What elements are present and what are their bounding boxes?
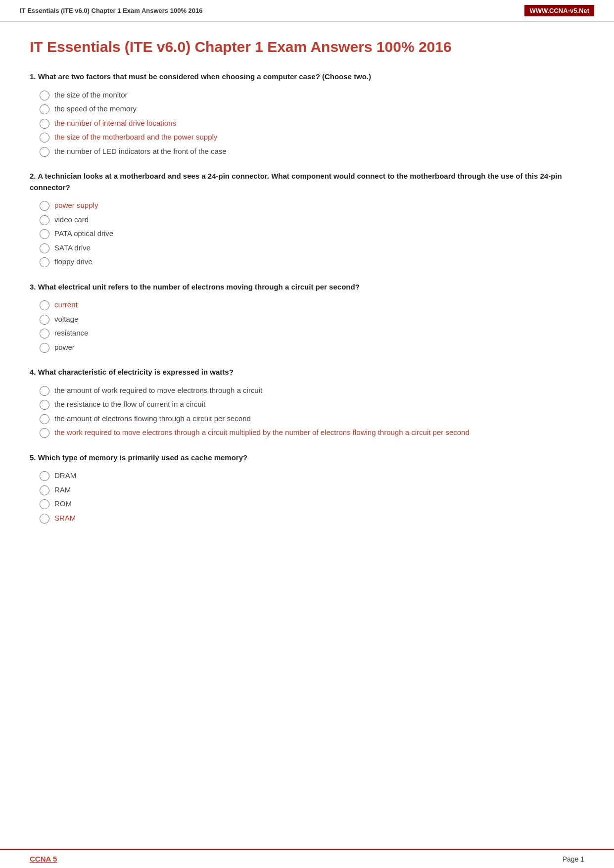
option-bullet	[40, 315, 49, 325]
question-4-options: the amount of work required to move elec…	[40, 385, 584, 438]
question-1-options: the size of the monitorthe speed of the …	[40, 90, 584, 157]
top-bar-website: WWW.CCNA-v5.Net	[524, 5, 594, 16]
option-bullet	[40, 428, 49, 438]
option-bullet	[40, 471, 49, 481]
list-item: the amount of work required to move elec…	[40, 385, 584, 396]
question-4-text: 4. What characteristic of electricity is…	[30, 367, 584, 378]
option-bullet	[40, 514, 49, 524]
list-item: power	[40, 342, 584, 353]
option-bullet	[40, 147, 49, 157]
option-bullet	[40, 133, 49, 143]
question-1: 1. What are two factors that must be con…	[30, 71, 584, 157]
question-number: 2.	[30, 172, 36, 180]
option-bullet	[40, 485, 49, 495]
list-item: the work required to move electrons thro…	[40, 427, 584, 438]
page-wrapper: IT Essentials (ITE v6.0) Chapter 1 Exam …	[0, 0, 614, 868]
list-item: video card	[40, 214, 584, 226]
option-text: the size of the motherboard and the powe…	[54, 132, 217, 143]
question-1-text: 1. What are two factors that must be con…	[30, 71, 584, 83]
option-text: resistance	[54, 328, 88, 339]
option-text: the size of the monitor	[54, 90, 128, 101]
question-5-text: 5. Which type of memory is primarily use…	[30, 452, 584, 464]
option-text: SRAM	[54, 513, 76, 524]
list-item: resistance	[40, 328, 584, 339]
question-number: 3.	[30, 283, 36, 291]
option-bullet	[40, 104, 49, 114]
option-bullet	[40, 201, 49, 211]
option-text: the amount of electrons flowing through …	[54, 413, 251, 425]
list-item: SRAM	[40, 513, 584, 524]
option-text: power supply	[54, 200, 98, 211]
question-number: 4.	[30, 368, 36, 376]
question-3-text: 3. What electrical unit refers to the nu…	[30, 282, 584, 293]
option-bullet	[40, 386, 49, 396]
question-5-options: DRAMRAMROMSRAM	[40, 470, 584, 524]
option-text: current	[54, 299, 78, 311]
question-number: 5.	[30, 453, 36, 462]
option-text: PATA optical drive	[54, 228, 113, 240]
option-bullet	[40, 119, 49, 129]
option-text: the number of LED indicators at the fron…	[54, 146, 227, 157]
option-text: the speed of the memory	[54, 103, 137, 115]
top-bar-title: IT Essentials (ITE v6.0) Chapter 1 Exam …	[20, 7, 202, 14]
option-text: video card	[54, 214, 89, 226]
list-item: DRAM	[40, 470, 584, 482]
question-2: 2. A technician looks at a motherboard a…	[30, 171, 584, 268]
list-item: voltage	[40, 314, 584, 325]
question-5: 5. Which type of memory is primarily use…	[30, 452, 584, 524]
question-4: 4. What characteristic of electricity is…	[30, 367, 584, 438]
question-2-text: 2. A technician looks at a motherboard a…	[30, 171, 584, 193]
option-text: power	[54, 342, 75, 353]
option-text: the amount of work required to move elec…	[54, 385, 262, 396]
list-item: the number of LED indicators at the fron…	[40, 146, 584, 157]
option-text: the resistance to the flow of current in…	[54, 399, 205, 410]
footer-link[interactable]: CCNA 5	[30, 855, 57, 863]
list-item: the speed of the memory	[40, 103, 584, 115]
page-number: Page 1	[563, 855, 584, 863]
option-bullet	[40, 229, 49, 239]
list-item: ROM	[40, 498, 584, 510]
list-item: power supply	[40, 200, 584, 211]
option-bullet	[40, 329, 49, 338]
option-text: the work required to move electrons thro…	[54, 427, 470, 438]
option-text: ROM	[54, 498, 72, 510]
option-bullet	[40, 243, 49, 253]
option-text: voltage	[54, 314, 78, 325]
page-title: IT Essentials (ITE v6.0) Chapter 1 Exam …	[30, 37, 584, 56]
main-content: IT Essentials (ITE v6.0) Chapter 1 Exam …	[0, 22, 614, 849]
option-bullet	[40, 257, 49, 267]
questions-container: 1. What are two factors that must be con…	[30, 71, 584, 524]
option-bullet	[40, 400, 49, 410]
question-3-options: currentvoltageresistancepower	[40, 299, 584, 353]
question-number: 1.	[30, 72, 36, 81]
question-3: 3. What electrical unit refers to the nu…	[30, 282, 584, 353]
list-item: the size of the motherboard and the powe…	[40, 132, 584, 143]
list-item: the number of internal drive locations	[40, 118, 584, 129]
list-item: current	[40, 299, 584, 311]
list-item: floppy drive	[40, 256, 584, 268]
option-bullet	[40, 91, 49, 100]
list-item: PATA optical drive	[40, 228, 584, 240]
option-text: SATA drive	[54, 242, 91, 254]
list-item: RAM	[40, 484, 584, 496]
option-bullet	[40, 499, 49, 509]
top-bar: IT Essentials (ITE v6.0) Chapter 1 Exam …	[0, 0, 614, 22]
option-text: DRAM	[54, 470, 76, 482]
list-item: SATA drive	[40, 242, 584, 254]
option-bullet	[40, 300, 49, 310]
bottom-bar: CCNA 5 Page 1	[0, 849, 614, 868]
list-item: the amount of electrons flowing through …	[40, 413, 584, 425]
option-text: the number of internal drive locations	[54, 118, 176, 129]
list-item: the size of the monitor	[40, 90, 584, 101]
option-bullet	[40, 414, 49, 424]
option-bullet	[40, 215, 49, 225]
list-item: the resistance to the flow of current in…	[40, 399, 584, 410]
option-text: floppy drive	[54, 256, 93, 268]
question-2-options: power supplyvideo cardPATA optical drive…	[40, 200, 584, 268]
option-text: RAM	[54, 484, 71, 496]
option-bullet	[40, 343, 49, 353]
